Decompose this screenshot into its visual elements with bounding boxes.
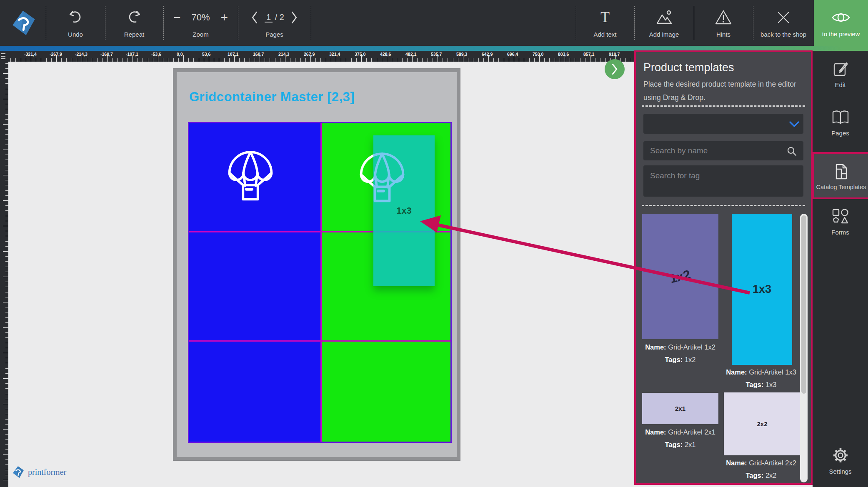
add-text-button[interactable]: T Add text bbox=[576, 0, 634, 46]
top-toolbar: Undo Repeat − 70% + Zoom bbox=[0, 0, 868, 46]
prev-page-icon[interactable] bbox=[250, 11, 259, 24]
ruler-label: 375,0 bbox=[355, 52, 365, 57]
page-total: 2 bbox=[280, 12, 284, 22]
zoom-control: − 70% + Zoom bbox=[163, 0, 238, 46]
ruler-ticks bbox=[0, 51, 8, 487]
book-icon bbox=[831, 109, 850, 126]
ruler-label: -214,3 bbox=[75, 52, 88, 57]
ruler-label: 214,3 bbox=[278, 52, 289, 57]
repeat-button[interactable]: Repeat bbox=[105, 0, 163, 46]
edit-icon bbox=[832, 61, 849, 77]
add-text-label: Add text bbox=[593, 31, 616, 38]
close-icon bbox=[776, 8, 791, 27]
ruler-label: 535,7 bbox=[431, 52, 442, 57]
ruler-label: -267,9 bbox=[50, 52, 62, 57]
sidebar-item-settings[interactable]: Settings bbox=[813, 447, 868, 475]
ruler-label: 53,6 bbox=[202, 52, 210, 57]
panel-subtitle: Place the desired product template in th… bbox=[643, 78, 803, 104]
template-tags: Tags: 2x2 bbox=[716, 472, 806, 479]
pages-label: Pages bbox=[265, 31, 283, 38]
ruler-label: 589,3 bbox=[456, 52, 467, 57]
hints-button[interactable]: Hints bbox=[694, 0, 753, 46]
template-name: Name: Grid-Artikel 1x2 bbox=[636, 344, 725, 351]
ruler-label: 267,9 bbox=[304, 52, 315, 57]
shapes-icon bbox=[832, 208, 849, 225]
ruler-label: 857,1 bbox=[583, 52, 594, 57]
dashed-divider bbox=[642, 205, 805, 206]
ruler-label: -53,6 bbox=[151, 52, 161, 57]
editor-window: Undo Repeat − 70% + Zoom bbox=[0, 0, 868, 487]
gear-icon bbox=[832, 447, 849, 464]
template-card-2x1[interactable]: 2x1 bbox=[642, 393, 718, 424]
zoom-in-button[interactable]: + bbox=[221, 11, 228, 24]
template-card-1x3[interactable]: 1x3 bbox=[732, 214, 792, 365]
template-card-2x2[interactable]: 2x2 bbox=[724, 392, 800, 455]
svg-text:T: T bbox=[600, 9, 610, 25]
ruler-label: 910,7 bbox=[609, 52, 620, 57]
printformer-logo-icon bbox=[12, 466, 24, 478]
next-page-icon[interactable] bbox=[290, 11, 298, 24]
sidebar-item-label: Catalog Templates bbox=[816, 184, 866, 190]
scrollbar-thumb[interactable] bbox=[801, 215, 806, 394]
current-page-input[interactable]: 1 bbox=[265, 12, 273, 22]
hints-warning-icon bbox=[715, 8, 732, 27]
search-tag-input[interactable] bbox=[643, 165, 803, 197]
zoom-label: Zoom bbox=[193, 31, 208, 38]
template-preview-label: 1x3 bbox=[753, 283, 771, 296]
zoom-out-button[interactable]: − bbox=[173, 11, 181, 24]
template-preview-label: 2x1 bbox=[675, 405, 685, 412]
eye-icon bbox=[831, 8, 850, 27]
template-tags: Tags: 2x1 bbox=[636, 441, 725, 448]
undo-icon bbox=[68, 8, 83, 27]
sidebar-item-label: Edit bbox=[835, 81, 846, 88]
undo-button[interactable]: Undo bbox=[46, 0, 105, 46]
to-preview-button[interactable]: to the preview bbox=[814, 0, 868, 46]
ruler-label: 750,0 bbox=[533, 52, 543, 57]
search-name-input[interactable] bbox=[643, 141, 803, 160]
ruler-label: 160,7 bbox=[253, 52, 264, 57]
sidebar-item-edit[interactable]: Edit bbox=[813, 61, 868, 88]
ruler-corner bbox=[0, 51, 8, 62]
vertical-ruler bbox=[0, 51, 8, 487]
add-image-button[interactable]: Add image bbox=[634, 0, 694, 46]
tool-sidebar: Edit Pages Catalog Templates Forms bbox=[813, 51, 868, 487]
panel-collapse-button[interactable] bbox=[605, 59, 625, 79]
ruler-label: 428,6 bbox=[380, 52, 391, 57]
back-to-shop-button[interactable]: back to the shop bbox=[753, 0, 814, 46]
toolbar-separator bbox=[311, 6, 311, 40]
page-title: Gridcontainer Master [2,3] bbox=[189, 90, 355, 105]
sidebar-item-catalog-templates[interactable]: Catalog Templates bbox=[813, 152, 868, 199]
sidebar-item-forms[interactable]: Forms bbox=[813, 208, 868, 236]
ruler-label: 321,4 bbox=[329, 52, 340, 57]
ruler-label: 107,1 bbox=[228, 52, 238, 57]
ruler-label: 696,4 bbox=[507, 52, 518, 57]
parachute-box-icon bbox=[224, 150, 277, 204]
dashed-divider bbox=[642, 105, 805, 107]
sidebar-item-label: Forms bbox=[831, 229, 849, 236]
template-name: Name: Grid-Artikel 2x1 bbox=[636, 429, 725, 436]
template-card-1x2[interactable]: 1x2 bbox=[642, 214, 718, 339]
redo-icon bbox=[126, 8, 142, 27]
page-divider: / bbox=[275, 12, 278, 22]
sidebar-item-label: Settings bbox=[829, 468, 851, 475]
ruler-label: 642,9 bbox=[482, 52, 493, 57]
catalog-templates-icon bbox=[833, 163, 849, 180]
back-to-shop-label: back to the shop bbox=[760, 31, 806, 38]
panel-title: Product templates bbox=[643, 61, 734, 74]
printformer-brand[interactable]: printformer bbox=[12, 466, 66, 478]
to-preview-label: to the preview bbox=[822, 31, 860, 37]
ruler-label: 803,6 bbox=[558, 52, 569, 57]
category-dropdown[interactable] bbox=[643, 114, 803, 134]
brand-name: printformer bbox=[28, 467, 66, 477]
hints-label: Hints bbox=[716, 31, 730, 38]
drag-preview-template-1x3[interactable]: 1x3 bbox=[373, 135, 435, 286]
add-image-label: Add image bbox=[649, 31, 679, 38]
drag-preview-label: 1x3 bbox=[373, 205, 435, 216]
app-logo[interactable] bbox=[0, 0, 46, 46]
templates-scrollbar[interactable] bbox=[800, 214, 808, 482]
template-preview-label: 2x2 bbox=[757, 420, 767, 427]
template-name: Name: Grid-Artikel 1x3 bbox=[716, 369, 806, 376]
sidebar-item-pages[interactable]: Pages bbox=[813, 109, 868, 137]
chevron-right-icon bbox=[610, 63, 619, 75]
template-name: Name: Grid-Artikel 2x2 bbox=[716, 460, 806, 467]
